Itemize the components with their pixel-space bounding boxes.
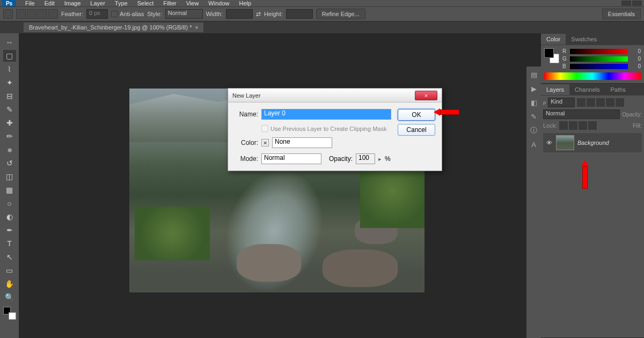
menu-image[interactable]: Image (60, 0, 86, 6)
brush-tool[interactable]: ✏ (3, 130, 16, 142)
opacity-stepper-icon[interactable]: ▸ (378, 156, 382, 163)
zoom-tool[interactable]: 🔍 (3, 291, 16, 303)
filter-smart-icon[interactable] (616, 98, 624, 107)
character-panel-icon[interactable]: A (529, 139, 539, 149)
b-value[interactable]: 0 (630, 63, 641, 69)
swap-icon[interactable]: ⇄ (256, 11, 261, 18)
feather-label: Feather: (61, 11, 83, 17)
mode-select[interactable]: Normal (261, 153, 321, 164)
ok-button[interactable]: OK (398, 109, 435, 121)
color-select[interactable]: None (272, 137, 332, 148)
type-tool[interactable]: T (3, 238, 16, 249)
selection-subtract-icon[interactable] (38, 9, 47, 19)
hand-tool[interactable]: ✋ (3, 278, 16, 290)
info-panel-icon[interactable]: ⓘ (529, 126, 539, 135)
minimize-button[interactable] (621, 1, 631, 6)
history-brush-tool[interactable]: ↺ (3, 157, 16, 169)
menu-type[interactable]: Type (110, 0, 133, 6)
style-select[interactable]: Normal (165, 9, 203, 19)
brush-panel-icon[interactable]: ✎ (529, 112, 539, 121)
lock-transparency-icon[interactable] (559, 121, 568, 130)
spectrum-ramp[interactable] (544, 72, 641, 80)
r-value[interactable]: 0 (630, 48, 641, 54)
menu-select[interactable]: Select (133, 0, 159, 6)
document-tab[interactable]: Braveheart_by_-Kilian_Schinberger-19.jpg… (24, 23, 203, 32)
actions-panel-icon[interactable]: ▶ (529, 84, 539, 93)
lock-label: Lock: (543, 122, 557, 129)
layer-row-background[interactable]: 👁 Background (543, 133, 642, 152)
dialog-titlebar[interactable]: New Layer × (228, 89, 442, 102)
menu-edit[interactable]: Edit (40, 0, 60, 6)
g-value[interactable]: 0 (630, 56, 641, 62)
lock-all-icon[interactable] (588, 121, 597, 130)
blur-tool[interactable]: ○ (3, 197, 16, 209)
cancel-button[interactable]: Cancel (398, 124, 435, 136)
layer-name[interactable]: Background (577, 139, 609, 146)
tools-panel: ↔ ▢ ⌇ ✦ ⊟ ✎ ✚ ✏ ⎈ ↺ ◫ ▦ ○ ◐ ✒ T ↖ ▭ ✋ 🔍 (0, 33, 19, 338)
visibility-toggle-icon[interactable]: 👁 (545, 139, 553, 146)
menu-help[interactable]: Help (234, 0, 256, 6)
filter-type-icon[interactable] (596, 98, 605, 107)
history-panel-icon[interactable]: ▤ (529, 70, 539, 79)
height-input[interactable] (286, 9, 313, 19)
layers-tab[interactable]: Layers (541, 84, 569, 95)
dialog-close-button[interactable]: × (415, 91, 437, 100)
properties-panel-icon[interactable]: ◧ (529, 98, 539, 107)
menubar: Ps File Edit Image Layer Type Select Fil… (0, 0, 644, 6)
refine-edge-button[interactable]: Refine Edge... (316, 9, 365, 19)
background-color[interactable] (9, 312, 16, 320)
blend-mode-select[interactable]: Normal (543, 109, 620, 119)
filter-shape-icon[interactable] (606, 98, 614, 107)
heal-tool[interactable]: ✚ (3, 117, 16, 129)
path-select-tool[interactable]: ↖ (3, 251, 16, 263)
shape-tool[interactable]: ▭ (3, 264, 16, 276)
stamp-tool[interactable]: ⎈ (3, 144, 16, 156)
color-swatch-tool[interactable] (3, 307, 16, 320)
color-swatch[interactable] (544, 48, 559, 63)
width-input[interactable] (226, 9, 253, 19)
channels-tab[interactable]: Channels (569, 84, 605, 95)
maximize-button[interactable] (632, 1, 642, 6)
close-tab-icon[interactable]: × (195, 25, 198, 31)
lasso-tool[interactable]: ⌇ (3, 63, 16, 75)
opacity-input[interactable]: 100 (356, 153, 375, 164)
antialias-checkbox[interactable]: Anti-alias (111, 11, 144, 17)
gradient-tool[interactable]: ▦ (3, 184, 16, 196)
marquee-tool[interactable]: ▢ (3, 50, 16, 62)
menu-file[interactable]: File (20, 0, 40, 6)
wand-tool[interactable]: ✦ (3, 77, 16, 89)
canvas-area[interactable] (19, 33, 541, 338)
move-tool[interactable]: ↔ (3, 36, 16, 48)
lock-position-icon[interactable] (579, 121, 587, 130)
workspace-switcher[interactable]: Essentials (602, 9, 641, 19)
color-tab[interactable]: Color (541, 34, 566, 45)
r-slider[interactable] (570, 49, 628, 54)
paths-tab[interactable]: Paths (605, 84, 631, 95)
menu-filter[interactable]: Filter (158, 0, 181, 6)
g-slider[interactable] (570, 56, 628, 62)
pen-tool[interactable]: ✒ (3, 224, 16, 236)
selection-intersect-icon[interactable] (48, 9, 58, 19)
opacity-label: Opacity: (622, 112, 642, 117)
filter-pixel-icon[interactable] (577, 98, 586, 107)
selection-add-icon[interactable] (27, 9, 36, 19)
swatches-tab[interactable]: Swatches (566, 34, 602, 45)
layer-kind-select[interactable]: Kind (548, 98, 575, 107)
menu-view[interactable]: View (181, 0, 204, 6)
b-slider[interactable] (570, 64, 628, 69)
menu-window[interactable]: Window (203, 0, 234, 6)
filter-adjust-icon[interactable] (587, 98, 595, 107)
lock-pixels-icon[interactable] (569, 121, 577, 130)
menu-layer[interactable]: Layer (85, 0, 110, 6)
layer-name-input[interactable]: Layer 0 (261, 109, 391, 120)
eyedropper-tool[interactable]: ✎ (3, 104, 16, 115)
layer-thumbnail[interactable] (556, 135, 574, 150)
mode-label: Mode: (235, 155, 258, 163)
crop-tool[interactable]: ⊟ (3, 90, 16, 102)
selection-new-icon[interactable] (16, 9, 26, 19)
feather-input[interactable]: 0 px (86, 9, 108, 19)
tool-preset-icon[interactable] (3, 9, 13, 19)
eraser-tool[interactable]: ◫ (3, 171, 16, 182)
fg-swatch[interactable] (544, 48, 554, 58)
dodge-tool[interactable]: ◐ (3, 211, 16, 223)
